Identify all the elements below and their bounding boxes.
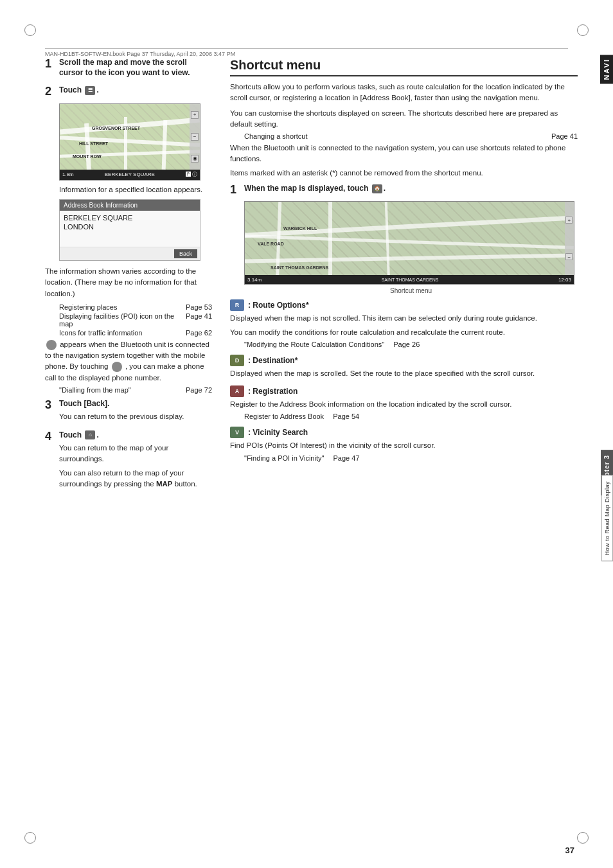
sc-map-bar: 3.14m SAINT THOMAS GARDENS 12:03 [245, 275, 574, 284]
addr-box-header: Address Book Information [60, 200, 200, 211]
back-button[interactable]: Back [174, 249, 197, 258]
sc-map-location: SAINT THOMAS GARDENS [264, 278, 556, 282]
step-2-content: Touch ☰. [59, 85, 212, 98]
menu-icon: ☰ [85, 86, 95, 95]
shortcut-icon-route: R [230, 299, 244, 311]
shortcut-ref-page-0: Page 26 [393, 341, 420, 348]
sc-map-label-2: VALE ROAD [258, 242, 284, 246]
map-button-label: MAP [156, 480, 173, 488]
shortcut-ref-text-3: "Finding a POI in Vicinity" [244, 454, 324, 462]
shortcut-extra-0: You can modify the conditions for route … [230, 327, 578, 338]
sc-map-time: 12:03 [558, 277, 571, 283]
step-3: 3 Touch [Back]. You can return to the pr… [45, 399, 212, 425]
header-line: MAN-HD1BT-SOFTW-EN.book Page 37 Thursday… [45, 48, 568, 57]
corner-mark-bl [24, 832, 36, 844]
ref-dialling: "Dialling from the map" Page 72 [59, 386, 212, 394]
intro-text: Shortcuts allow you to perform various t… [230, 82, 578, 104]
shortcut-icon: 🏠 [372, 184, 382, 193]
step-2-number: 2 [45, 85, 55, 98]
home-icon: ⌂ [85, 430, 95, 439]
addr-line-1: BERKELEY SQUARE [64, 213, 196, 222]
addr-line-2: LONDON [64, 222, 196, 231]
step-4-label: Touch ⌂. [59, 430, 212, 441]
addr-box-footer: Back [60, 247, 200, 260]
shortcut-items: R: Route Options*Displayed when the map … [230, 299, 578, 461]
shortcut-item-header-3: V: Vicinity Search [230, 427, 578, 438]
map-zoom-in[interactable]: + [191, 111, 199, 119]
sc-map-scale: 3.14m [247, 277, 262, 283]
shortcut-ref-text-2: Register to Address Book [244, 412, 324, 420]
step-1-number: 1 [45, 58, 55, 80]
shortcut-title-0: : Route Options* [248, 301, 309, 310]
header-text: MAN-HD1BT-SOFTW-EN.book Page 37 Thursday… [45, 51, 235, 57]
map-bottom-bar: 1.8m BERKELEY SQUARE 🅿 ⓘ [60, 170, 200, 180]
step-4-desc1: You can return to the map of your surrou… [59, 443, 212, 465]
customise-text: You can customise the shortcuts displaye… [230, 108, 578, 130]
shortcut-desc-1: Displayed when the map is scrolled. Set … [230, 368, 578, 379]
shortcut-ref-3: "Finding a POI in Vicinity" Page 47 [244, 454, 578, 462]
ref-traffic: Icons for traffic information Page 62 [59, 329, 212, 337]
shortcut-ref-2: Register to Address Book Page 54 [244, 412, 578, 420]
map-street-label-3: MOUNT ROW [73, 154, 102, 159]
shortcut-item-1: D: Destination*Displayed when the map is… [230, 355, 578, 379]
step-2-caption: Information for a specified location app… [59, 184, 212, 195]
sc-map-controls: + − [565, 202, 574, 275]
ref-registering: Registering places Page 53 [59, 303, 212, 311]
right-step-1-content: When the map is displayed, touch 🏠. [244, 184, 578, 197]
step-3-number: 3 [45, 399, 55, 425]
shortcut-icon-reg: A [230, 385, 244, 397]
shortcut-desc-2: Register to the Address Book information… [230, 399, 578, 410]
section-title: Shortcut menu [230, 58, 578, 76]
right-step-1-label: When the map is displayed, touch 🏠. [244, 184, 578, 194]
shortcut-item-header-0: R: Route Options* [230, 299, 578, 311]
shortcut-icon-dest: D [230, 355, 244, 366]
shortcut-ref-page-3: Page 47 [333, 454, 360, 462]
shortcut-item-0: R: Route Options*Displayed when the map … [230, 299, 578, 348]
map-location: BERKELEY SQUARE [76, 172, 183, 177]
shortcut-map: WARWICK HILL VALE ROAD SAINT THOMAS GARD… [244, 201, 574, 285]
ref-changing: Changing a shortcut Page 41 [244, 132, 578, 140]
asterisk-text: Items marked with an asterisk (*) cannot… [230, 168, 578, 179]
map-controls: + − ◉ [190, 104, 200, 170]
shortcut-title-2: : Registration [248, 387, 298, 396]
shortcut-item-2: A: RegistrationRegister to the Address B… [230, 385, 578, 420]
right-step-1-number: 1 [230, 184, 240, 197]
shortcut-desc-0: Displayed when the map is not scrolled. … [230, 313, 578, 324]
sc-zoom-out[interactable]: − [565, 253, 573, 260]
map-screenshot: GROSVENOR STREET HILL STREET MOUNT ROW +… [59, 103, 200, 181]
map-zoom-out[interactable]: − [191, 133, 199, 141]
shortcut-title-3: : Vicinity Search [248, 428, 308, 437]
step-2-label: Touch ☰. [59, 85, 212, 96]
shortcut-ref-text-0: "Modifying the Route Calculation Conditi… [244, 341, 384, 348]
step-3-desc: You can return to the previous display. [59, 411, 212, 422]
step-1-title: Scroll the map and move the scroll curso… [59, 58, 212, 78]
corner-mark-br [577, 832, 589, 844]
left-column: 1 Scroll the map and move the scroll cur… [45, 58, 212, 497]
corner-mark-tr [577, 24, 589, 36]
address-book-box: Address Book Information BERKELEY SQUARE… [59, 199, 200, 261]
chapter-label: How to Read Map Display [601, 475, 613, 562]
ref-poi: Displaying facilities (POI) icon on the … [59, 312, 212, 328]
shortcut-map-caption: Shortcut menu [244, 287, 578, 294]
right-step-1: 1 When the map is displayed, touch 🏠. [230, 184, 578, 197]
shortcut-desc-3: Find POIs (Points Of Interest) in the vi… [230, 440, 578, 451]
step-1-content: Scroll the map and move the scroll curso… [59, 58, 212, 80]
navi-tab: NAVI [600, 55, 613, 84]
map-street-label-1: GROSVENOR STREET [92, 126, 140, 130]
sc-zoom-in[interactable]: + [565, 217, 573, 224]
map-scale: 1.8m [62, 172, 74, 177]
two-column-layout: 1 Scroll the map and move the scroll cur… [45, 58, 578, 497]
map-btn-3[interactable]: ◉ [191, 155, 199, 163]
phone-icon-2 [112, 362, 122, 372]
bluetooth-shortcut-text: When the Bluetooth unit is connected to … [230, 143, 578, 165]
step-4: 4 Touch ⌂. You can return to the map of … [45, 430, 212, 493]
shortcut-icon-vic: V [230, 427, 244, 438]
shortcut-title-1: : Destination* [248, 356, 298, 365]
page-number: 37 [565, 846, 574, 855]
step-3-label: Touch [Back]. [59, 399, 212, 409]
addr-box-body: BERKELEY SQUARE LONDON [60, 211, 200, 247]
shortcut-item-3: V: Vicinity SearchFind POIs (Points Of I… [230, 427, 578, 461]
shortcut-ref-page-2: Page 54 [333, 412, 359, 420]
step-4-number: 4 [45, 430, 55, 493]
shortcut-ref-0: "Modifying the Route Calculation Conditi… [244, 341, 578, 348]
